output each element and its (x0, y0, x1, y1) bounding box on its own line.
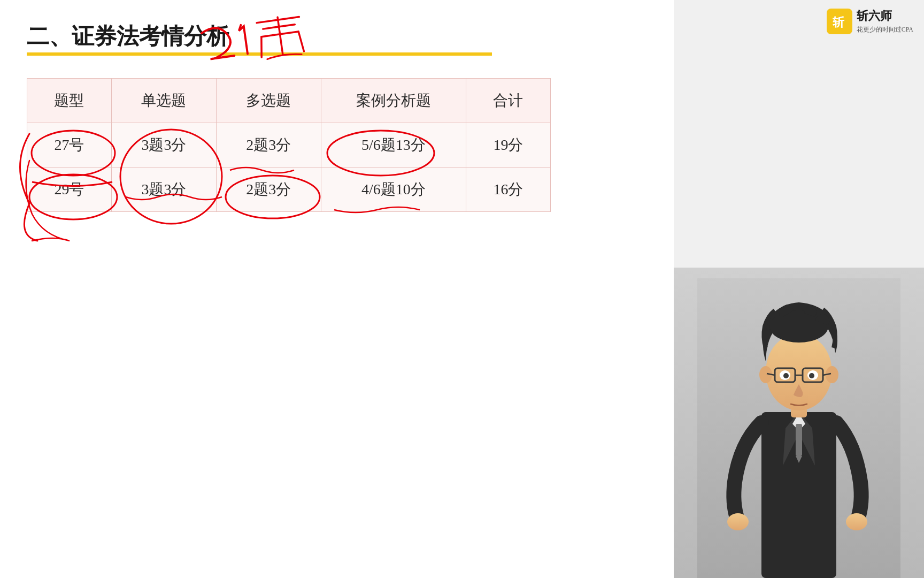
col-header-single: 单选题 (111, 79, 216, 123)
brand-logo: 斩 (827, 9, 852, 34)
col-header-multiple: 多选题 (216, 79, 321, 123)
table-row: 27号 3题3分 2题3分 5/6题13分 19分 (27, 123, 551, 168)
svg-point-21 (783, 373, 789, 378)
row2-single: 3题3分 (111, 168, 216, 212)
right-panel: 斩 斩六师 花更少的时间过CPA (674, 0, 924, 578)
row2-total: 16分 (466, 168, 550, 212)
exam-table: 题型 单选题 多选题 案例分析题 合计 27号 3题3分 2题3分 5/6题13… (27, 78, 551, 212)
main-content: 二、证券法考情分析 题型 单选题 (0, 0, 674, 578)
col-header-case: 案例分析题 (321, 79, 466, 123)
row1-single: 3题3分 (111, 123, 216, 168)
row2-type: 29号 (27, 168, 112, 212)
brand-name-area: 斩六师 花更少的时间过CPA (857, 8, 913, 34)
row1-type: 27号 (27, 123, 112, 168)
logo-area: 斩 斩六师 花更少的时间过CPA (827, 8, 913, 34)
svg-point-24 (727, 513, 749, 530)
year-annotation (195, 7, 319, 76)
col-header-type: 题型 (27, 79, 112, 123)
title-section: 二、证券法考情分析 (27, 21, 647, 51)
row1-multiple: 2题3分 (216, 123, 321, 168)
row2-multiple: 2题3分 (216, 168, 321, 212)
svg-point-11 (766, 333, 832, 410)
table-row: 29号 3题3分 2题3分 4/6题10分 16分 (27, 168, 551, 212)
brand-name: 斩六师 (857, 8, 913, 24)
col-header-total: 合计 (466, 79, 550, 123)
row1-total: 19分 (466, 123, 550, 168)
row1-case: 5/6题13分 (321, 123, 466, 168)
brand-subtitle: 花更少的时间过CPA (857, 25, 913, 34)
table-header-row: 题型 单选题 多选题 案例分析题 合计 (27, 79, 551, 123)
instructor-area (674, 268, 924, 578)
instructor-figure (697, 278, 900, 578)
svg-point-23 (809, 373, 814, 378)
table-container: 题型 单选题 多选题 案例分析题 合计 27号 3题3分 2题3分 5/6题13… (27, 78, 647, 212)
row2-case: 4/6题10分 (321, 168, 466, 212)
svg-text:斩: 斩 (833, 16, 845, 29)
svg-rect-9 (796, 424, 802, 456)
svg-point-25 (846, 513, 867, 530)
